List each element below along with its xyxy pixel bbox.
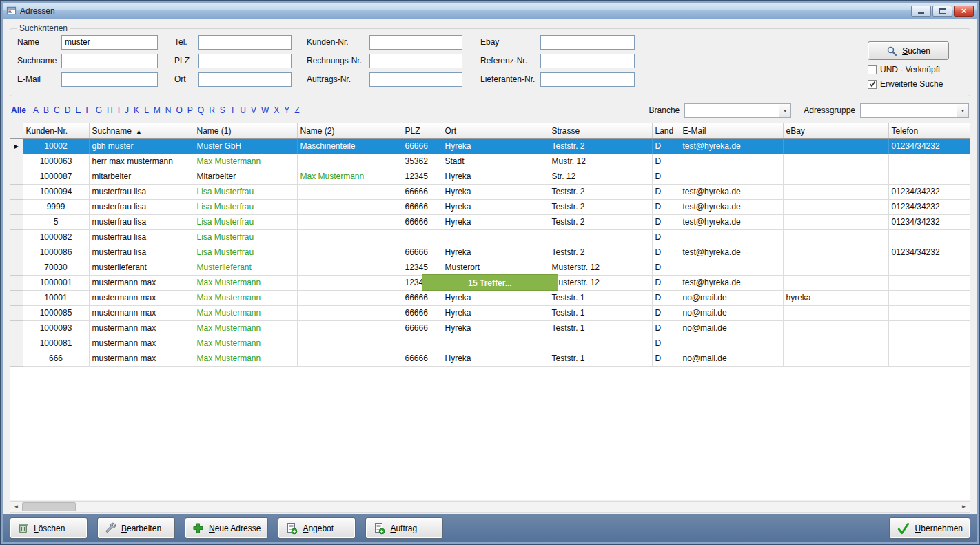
table-cell[interactable]: Max Mustermann xyxy=(297,169,402,184)
table-cell[interactable] xyxy=(888,169,970,184)
alphabet-link-j[interactable]: J xyxy=(125,105,129,115)
table-cell[interactable]: 01234/34232 xyxy=(888,199,970,214)
table-row[interactable]: 10001mustermann maxMax Mustermann 66666H… xyxy=(10,290,970,305)
table-row[interactable]: 1000085mustermann maxMax Mustermann 6666… xyxy=(10,305,970,320)
table-cell[interactable]: Maschinenteile xyxy=(297,138,402,154)
alphabet-link-g[interactable]: G xyxy=(96,105,102,115)
table-cell[interactable]: Teststr. 1 xyxy=(549,305,652,320)
table-cell[interactable]: D xyxy=(652,290,680,305)
search-input-ebay[interactable] xyxy=(540,35,635,50)
table-row[interactable]: 1000086musterfrau lisaLisa Musterfrau 66… xyxy=(10,245,970,260)
table-cell[interactable] xyxy=(297,229,402,245)
row-marker[interactable] xyxy=(10,199,23,214)
table-cell[interactable]: Lisa Musterfrau xyxy=(194,245,297,260)
table-cell[interactable]: test@hyreka.de xyxy=(680,275,783,290)
table-cell[interactable] xyxy=(888,351,970,366)
table-cell[interactable]: gbh muster xyxy=(89,138,194,154)
table-cell[interactable]: test@hyreka.de xyxy=(680,214,783,229)
search-input-suchname[interactable] xyxy=(61,54,158,68)
table-cell[interactable]: musterfrau lisa xyxy=(89,214,194,229)
neue-adresse-button[interactable]: Neue Adresse xyxy=(185,517,268,539)
scroll-right-icon[interactable]: ► xyxy=(958,502,970,512)
table-cell[interactable]: mustermann max xyxy=(89,336,194,351)
table-cell[interactable]: Teststr. 2 xyxy=(549,138,652,154)
column-header-kunden-nr[interactable]: Kunden-Nr. xyxy=(23,123,89,138)
table-cell[interactable]: Teststr. 2 xyxy=(549,245,652,260)
alphabet-link-m[interactable]: M xyxy=(154,105,161,115)
scrollbar-track[interactable] xyxy=(22,502,958,512)
table-cell[interactable]: 66666 xyxy=(402,290,442,305)
row-marker[interactable] xyxy=(10,245,23,260)
table-cell[interactable]: Mitarbeiter xyxy=(194,169,297,184)
table-cell[interactable]: 66666 xyxy=(402,320,442,336)
table-cell[interactable]: hyreka xyxy=(783,290,888,305)
search-input-plz[interactable] xyxy=(198,54,292,68)
table-cell[interactable]: musterlieferant xyxy=(89,260,194,275)
search-button[interactable]: Suchen xyxy=(868,41,949,60)
column-header-e-mail[interactable]: E-Mail xyxy=(680,123,783,138)
close-button[interactable]: × xyxy=(954,6,974,17)
table-cell[interactable]: Teststr. 1 xyxy=(549,290,652,305)
search-input-e-mail[interactable] xyxy=(61,72,158,87)
table-cell[interactable]: Muster GbH xyxy=(194,138,297,154)
table-cell[interactable]: mustermann max xyxy=(89,351,194,366)
column-header-name-1[interactable]: Name (1) xyxy=(194,123,297,138)
uebernehmen-button[interactable]: Übernehmen xyxy=(889,517,970,539)
table-cell[interactable]: 35362 xyxy=(402,154,442,169)
alphabet-link-p[interactable]: P xyxy=(187,105,193,115)
table-cell[interactable] xyxy=(783,336,888,351)
table-cell[interactable]: Hyreka xyxy=(442,199,549,214)
table-cell[interactable] xyxy=(888,320,970,336)
alphabet-link-q[interactable]: Q xyxy=(198,105,204,115)
table-cell[interactable]: Musterort xyxy=(442,260,549,275)
table-cell[interactable]: 66666 xyxy=(402,245,442,260)
table-cell[interactable]: 1000001 xyxy=(23,275,89,290)
table-cell[interactable]: Teststr. 2 xyxy=(549,184,652,199)
table-cell[interactable]: test@hyreka.de xyxy=(680,184,783,199)
adressgruppe-select[interactable]: ▼ xyxy=(860,103,969,118)
table-cell[interactable] xyxy=(402,336,442,351)
table-cell[interactable]: no@mail.de xyxy=(680,320,783,336)
table-cell[interactable]: 1000063 xyxy=(23,154,89,169)
table-cell[interactable] xyxy=(783,184,888,199)
row-marker[interactable] xyxy=(10,351,23,366)
table-cell[interactable]: 5 xyxy=(23,214,89,229)
row-marker[interactable] xyxy=(10,154,23,169)
table-cell[interactable] xyxy=(549,336,652,351)
alphabet-link-y[interactable]: Y xyxy=(284,105,289,115)
angebot-button[interactable]: Angebot xyxy=(278,517,356,539)
alphabet-link-i[interactable]: I xyxy=(118,105,120,115)
alphabet-link-o[interactable]: O xyxy=(176,105,182,115)
table-cell[interactable]: 1000087 xyxy=(23,169,89,184)
alphabet-link-e[interactable]: E xyxy=(75,105,81,115)
table-cell[interactable]: D xyxy=(652,214,680,229)
table-cell[interactable] xyxy=(297,290,402,305)
row-marker[interactable] xyxy=(10,305,23,320)
scrollbar-thumb[interactable] xyxy=(22,502,76,511)
table-cell[interactable]: 66666 xyxy=(402,199,442,214)
table-cell[interactable] xyxy=(297,199,402,214)
table-cell[interactable] xyxy=(888,305,970,320)
column-header-strasse[interactable]: Strasse xyxy=(549,123,652,138)
table-cell[interactable]: test@hyreka.de xyxy=(680,245,783,260)
row-marker[interactable] xyxy=(10,336,23,351)
table-cell[interactable] xyxy=(783,229,888,245)
table-cell[interactable]: musterfrau lisa xyxy=(89,184,194,199)
branche-select[interactable]: ▼ xyxy=(684,103,791,118)
table-cell[interactable] xyxy=(680,229,783,245)
scroll-left-icon[interactable]: ◄ xyxy=(10,502,22,512)
table-cell[interactable]: test@hyreka.de xyxy=(680,199,783,214)
table-cell[interactable]: Hyreka xyxy=(442,214,549,229)
table-cell[interactable] xyxy=(783,138,888,154)
checkbox-box[interactable] xyxy=(868,65,877,74)
table-cell[interactable]: Hyreka xyxy=(442,305,549,320)
table-cell[interactable]: 01234/34232 xyxy=(888,214,970,229)
table-cell[interactable]: no@mail.de xyxy=(680,305,783,320)
table-cell[interactable] xyxy=(888,275,970,290)
table-cell[interactable]: test@hyreka.de xyxy=(680,138,783,154)
table-row[interactable]: 1000087mitarbeiterMitarbeiterMax Musterm… xyxy=(10,169,970,184)
table-cell[interactable]: 66666 xyxy=(402,351,442,366)
alphabet-link-l[interactable]: L xyxy=(144,105,149,115)
table-cell[interactable]: 66666 xyxy=(402,138,442,154)
table-cell[interactable]: mustermann max xyxy=(89,290,194,305)
